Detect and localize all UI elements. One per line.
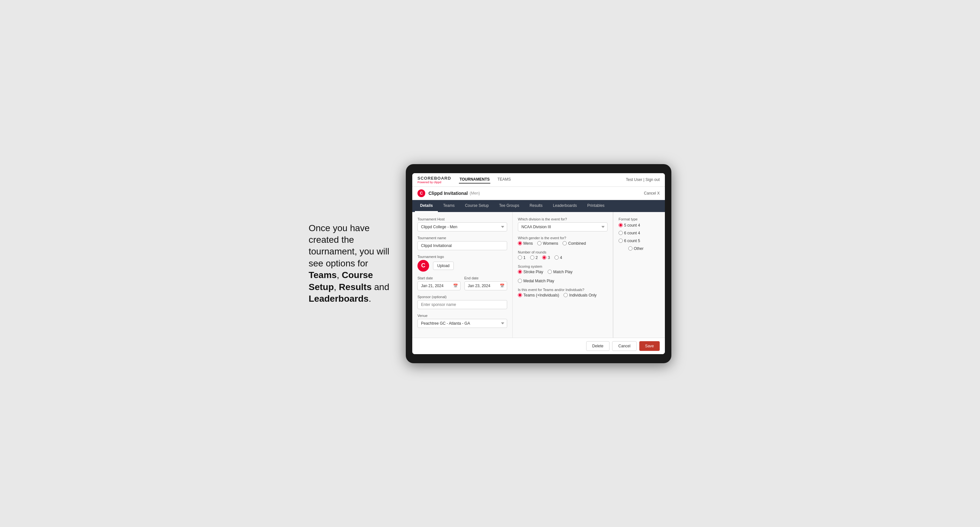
sponsor-group: Sponsor (optional) [417, 295, 507, 309]
gender-mens[interactable]: Mens [518, 241, 533, 246]
scoring-stroke[interactable]: Stroke Play [518, 270, 543, 274]
start-date-wrapper: 📅 [417, 281, 461, 290]
rounds-label: Number of rounds [518, 250, 608, 254]
format-radio-group: 5 count 4 6 count 4 6 count 5 [619, 223, 660, 251]
form-area: Tournament Host Clippd College - Men Tou… [412, 212, 665, 338]
gender-group: Which gender is the event for? Mens Wome… [518, 236, 608, 246]
end-date-wrapper: 📅 [465, 281, 508, 290]
division-select[interactable]: NCAA Division III [518, 222, 608, 232]
format-other[interactable]: Other [628, 246, 660, 251]
scoring-stroke-label: Stroke Play [523, 270, 543, 274]
scoring-medal[interactable]: Medal Match Play [518, 279, 554, 283]
venue-label: Venue [417, 314, 507, 317]
rounds-group: Number of rounds 1 2 [518, 250, 608, 260]
division-label: Which division is the event for? [518, 217, 608, 221]
tournament-name-label: Tournament name [417, 236, 507, 240]
gender-combined-radio[interactable] [563, 241, 567, 245]
cancel-tournament-button[interactable]: Cancel X [644, 191, 660, 195]
teams-plus-radio[interactable] [518, 293, 522, 297]
division-group: Which division is the event for? NCAA Di… [518, 217, 608, 232]
gender-mens-radio[interactable] [518, 241, 522, 245]
tournament-name: Clippd Invitational [428, 190, 468, 196]
gender-mens-label: Mens [523, 241, 533, 246]
start-date-label: Start date [417, 276, 461, 280]
tournament-host-group: Tournament Host Clippd College - Men [417, 217, 507, 232]
logo-sub: Powered by clippd [417, 181, 451, 184]
nav-tournaments[interactable]: TOURNAMENTS [459, 176, 490, 184]
tournament-name-group: Tournament name [417, 236, 507, 250]
tab-tee-groups[interactable]: Tee Groups [494, 200, 524, 212]
scoring-match[interactable]: Match Play [548, 270, 572, 274]
scoring-label: Scoring system [518, 265, 608, 268]
tournament-logo-label: Tournament logo [417, 255, 507, 259]
format-6count4-radio[interactable] [619, 231, 623, 235]
format-5count4-radio[interactable] [619, 223, 623, 227]
rounds-1[interactable]: 1 [518, 256, 526, 260]
gender-womens-radio[interactable] [537, 241, 541, 245]
gender-combined[interactable]: Combined [563, 241, 586, 246]
tournament-host-select[interactable]: Clippd College - Men [417, 222, 507, 232]
rounds-1-radio[interactable] [518, 256, 522, 260]
format-group: Format type 5 count 4 6 count 4 [619, 217, 660, 251]
tournament-name-input[interactable] [417, 241, 507, 250]
teams-plus-individuals[interactable]: Teams (+Individuals) [518, 293, 559, 297]
tablet-device: SCOREBOARD Powered by clippd TOURNAMENTS… [406, 164, 671, 363]
rounds-3-radio[interactable] [542, 256, 546, 260]
gender-radio-group: Mens Womens Combined [518, 241, 608, 246]
scoring-stroke-radio[interactable] [518, 270, 522, 274]
tab-results[interactable]: Results [524, 200, 548, 212]
date-row: Start date 📅 End date 📅 [417, 276, 507, 290]
end-date-group: End date 📅 [465, 276, 508, 290]
rounds-1-label: 1 [523, 256, 526, 260]
format-other-radio[interactable] [628, 246, 633, 251]
form-col-middle: Which division is the event for? NCAA Di… [513, 212, 613, 338]
format-col: Format type 5 count 4 6 count 4 [613, 212, 665, 338]
save-button[interactable]: Save [639, 341, 660, 351]
teams-plus-label: Teams (+Individuals) [523, 293, 559, 297]
format-other-label: Other [634, 246, 644, 251]
venue-select[interactable]: Peachtree GC - Atlanta - GA [417, 319, 507, 328]
teams-group: Is this event for Teams and/or Individua… [518, 288, 608, 297]
tab-leaderboards[interactable]: Leaderboards [548, 200, 582, 212]
format-6count5[interactable]: 6 count 5 [619, 238, 660, 243]
format-6count4[interactable]: 6 count 4 [619, 231, 660, 235]
tab-course-setup[interactable]: Course Setup [460, 200, 494, 212]
form-col-left: Tournament Host Clippd College - Men Tou… [412, 212, 513, 338]
tab-teams[interactable]: Teams [438, 200, 460, 212]
tab-printables[interactable]: Printables [582, 200, 609, 212]
user-text[interactable]: Test User | Sign out [626, 178, 660, 182]
scoring-medal-label: Medal Match Play [523, 279, 554, 283]
rounds-3[interactable]: 3 [542, 256, 550, 260]
sidebar-text-teams: Teams [309, 270, 337, 280]
upload-button[interactable]: Upload [433, 262, 454, 270]
rounds-2-radio[interactable] [530, 256, 535, 260]
top-nav: SCOREBOARD Powered by clippd TOURNAMENTS… [412, 173, 665, 187]
sidebar-text-intro: Once you have created the tournament, yo… [309, 223, 389, 268]
sidebar-period: . [369, 294, 371, 304]
sponsor-input[interactable] [417, 300, 507, 309]
tab-bar: Details Teams Course Setup Tee Groups Re… [412, 200, 665, 212]
format-5count4-label: 5 count 4 [624, 223, 640, 227]
sidebar-text-leaderboards: Leaderboards [309, 294, 369, 304]
individuals-only[interactable]: Individuals Only [563, 293, 597, 297]
rounds-3-label: 3 [548, 256, 550, 260]
rounds-2-label: 2 [536, 256, 538, 260]
sidebar-description: Once you have created the tournament, yo… [309, 222, 393, 305]
start-date-group: Start date 📅 [417, 276, 461, 290]
cancel-button[interactable]: Cancel [612, 341, 636, 351]
scoring-radio-group: Stroke Play Match Play Medal Match Play [518, 270, 608, 283]
logo-title: SCOREBOARD [417, 176, 451, 181]
delete-button[interactable]: Delete [586, 341, 610, 351]
teams-radio-group: Teams (+Individuals) Individuals Only [518, 293, 608, 297]
individuals-only-radio[interactable] [563, 293, 568, 297]
scoring-medal-radio[interactable] [518, 279, 522, 283]
tab-details[interactable]: Details [415, 200, 438, 212]
rounds-2[interactable]: 2 [530, 256, 538, 260]
gender-womens[interactable]: Womens [537, 241, 558, 246]
rounds-4[interactable]: 4 [554, 256, 562, 260]
format-6count5-radio[interactable] [619, 238, 623, 243]
format-5count4[interactable]: 5 count 4 [619, 223, 660, 227]
scoring-match-radio[interactable] [548, 270, 552, 274]
rounds-4-radio[interactable] [554, 256, 558, 260]
nav-teams[interactable]: TEAMS [497, 176, 511, 184]
